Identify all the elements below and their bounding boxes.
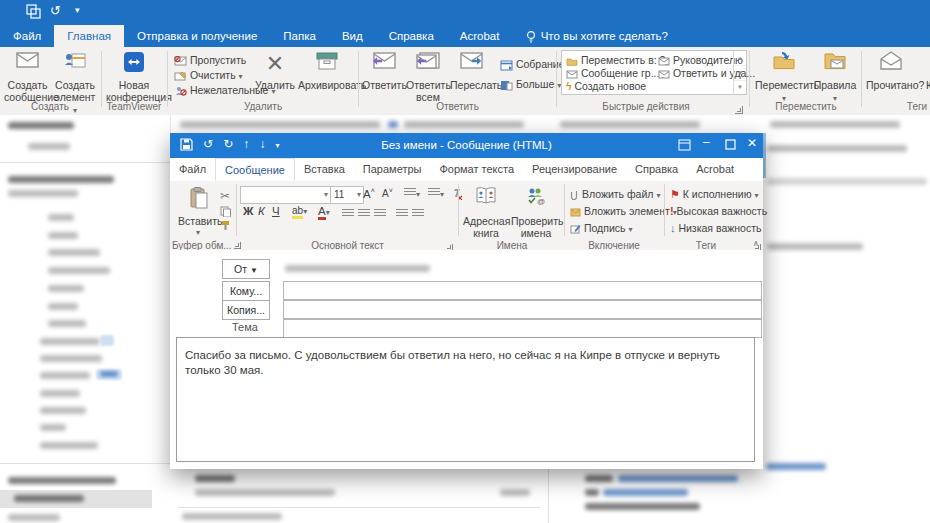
tell-me-box[interactable]: Что вы хотите сделать? [512,25,680,47]
folder-item[interactable] [48,249,100,256]
folder-item[interactable] [40,372,90,379]
new-email-button[interactable]: Создать сообщение [4,49,51,103]
numbering-icon[interactable]: ▾ [428,187,444,199]
qat-customize-icon[interactable]: ▾ [75,5,80,15]
more-respond-button[interactable]: Больше ▾ [500,77,561,93]
compose-tab-message[interactable]: Сообщение [215,158,295,181]
highlight-color-icon[interactable]: ab▾ [292,205,307,216]
format-painter-icon[interactable] [220,218,231,231]
selected-folder-row[interactable] [0,490,152,508]
check-names-button[interactable]: @ Проверить имена [511,185,561,239]
paste-button[interactable]: Вставить ▾ [178,185,218,239]
folder-item[interactable] [40,338,100,345]
forward-button[interactable]: Переслать [450,49,496,91]
main-tab-acrobat[interactable]: Acrobat [447,25,513,47]
collapse-ribbon-icon[interactable]: ∧ [753,239,759,248]
read-unread-button[interactable]: Прочитано? [866,49,916,91]
compose-tab-review[interactable]: Рецензирование [523,158,626,180]
folder-item[interactable] [28,143,70,150]
compose-tab-acrobat[interactable]: Acrobat [687,158,743,180]
main-tab-sendreceive[interactable]: Отправка и получение [124,25,270,47]
font-size-select[interactable]: 11▾ [330,186,364,204]
compose-tab-options[interactable]: Параметры [354,158,431,180]
message-list-item[interactable] [182,513,282,520]
account-header[interactable] [8,176,114,183]
from-button[interactable]: От ▼ [222,259,270,279]
increase-indent-icon[interactable] [412,208,424,220]
folder-item[interactable] [40,390,80,397]
to-button[interactable]: Кому... [222,281,270,301]
undo-icon[interactable]: ↺ [50,3,61,18]
main-tab-home[interactable]: Главная [54,25,124,47]
font-name-select[interactable]: ▾ [240,186,332,204]
cleanup-button[interactable]: Очистить ▾ [174,68,243,84]
folder-item[interactable] [8,514,60,521]
compose-tab-insert[interactable]: Вставка [295,158,354,180]
reply-button[interactable]: Ответить [362,49,406,91]
send-receive-icon[interactable] [26,4,41,19]
grow-font-icon[interactable]: А˄ [363,187,375,200]
compose-tab-file[interactable]: Файл [170,158,215,180]
clear-format-icon[interactable] [451,187,463,200]
align-center-icon[interactable] [358,208,370,220]
message-list-item[interactable] [195,489,335,496]
move-button[interactable]: Переместить ▾ [755,49,813,105]
meeting-button[interactable]: Собрание [500,57,565,71]
folder-item[interactable] [8,190,78,197]
ignore-button[interactable]: Пропустить [174,53,246,67]
folder-item[interactable] [48,285,84,292]
folder-item[interactable] [48,232,78,239]
minimize-button[interactable]: – [703,135,710,149]
followup-button-clipped[interactable]: ⚑ К ис [916,49,930,91]
folder-item[interactable] [40,424,66,431]
address-book-button[interactable]: Адресная книга [463,185,509,239]
reply-all-button[interactable]: Ответить всем [406,49,450,103]
align-right-icon[interactable] [374,208,386,220]
subject-input[interactable] [283,319,762,338]
attach-file-button[interactable]: Вложить файл ▾ [570,188,660,202]
new-conference-button[interactable]: Новая конференция [106,49,162,103]
quickstep-team-message[interactable]: Сообщение гр... [566,66,659,80]
italic-button[interactable]: К [258,205,265,217]
font-color-icon[interactable]: А▾ [318,205,330,217]
quick-steps-scroll[interactable]: ▲ ▼ ▼ [733,51,746,94]
cut-icon[interactable]: ✂ [220,189,230,203]
compose-tab-format[interactable]: Формат текста [430,158,523,180]
main-tab-help[interactable]: Справка [376,25,447,47]
align-left-icon[interactable] [342,208,354,220]
quickstep-move-to[interactable]: Переместить в: ? [566,53,665,67]
folder-item[interactable] [48,214,74,221]
shrink-font-icon[interactable]: А˅ [382,187,393,199]
account-header[interactable] [8,122,74,129]
cc-input[interactable] [283,300,762,319]
low-importance-button[interactable]: ↓ Низкая важность [670,222,761,235]
ribbon-display-icon[interactable] [678,137,691,151]
delete-button[interactable]: ✕ Удалить [252,49,298,91]
folder-item[interactable] [40,355,102,362]
attach-item-button[interactable]: Вложить элемент ▾ [570,205,677,219]
cc-button[interactable]: Копия... [222,300,270,320]
account-header[interactable] [8,477,116,484]
quick-steps-dialog-launcher-icon[interactable] [735,106,743,114]
main-tab-view[interactable]: Вид [329,25,376,47]
bullets-icon[interactable]: ▾ [404,187,420,199]
underline-button[interactable]: Ч [272,205,280,217]
main-tab-file[interactable]: Файл [0,25,54,47]
main-tab-folder[interactable]: Папка [270,25,329,47]
folder-item[interactable] [48,320,86,327]
copy-icon[interactable] [220,204,231,217]
followup-button[interactable]: ⚑ К исполнению ▾ [670,188,758,202]
quickstep-to-manager[interactable]: Руководителю [658,53,743,67]
message-list-item[interactable] [195,475,235,482]
decrease-indent-icon[interactable] [396,208,408,220]
folder-item[interactable] [40,407,86,414]
high-importance-button[interactable]: ! Высокая важность [670,205,767,218]
signature-button[interactable]: Подпись ▾ [570,222,632,236]
to-input[interactable] [283,281,762,300]
message-body-editor[interactable]: Спасибо за письмо. С удовольствием бы от… [176,337,755,462]
rules-button[interactable]: Правила ▾ [813,49,857,105]
bold-button[interactable]: Ж [243,205,253,217]
compose-tab-help[interactable]: Справка [626,158,687,180]
folder-item[interactable] [48,303,78,310]
quickstep-create-new[interactable]: ϟ Создать новое [566,79,646,93]
